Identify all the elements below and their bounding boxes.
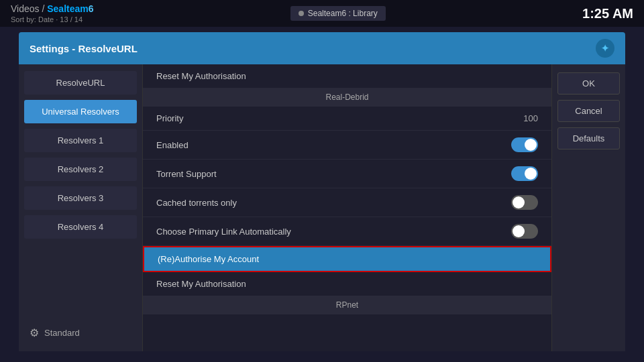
library-tab[interactable]: Sealteam6 : Library — [290, 6, 386, 21]
tab-dot — [299, 11, 304, 16]
row-rpnet-header: RPnet — [143, 296, 551, 314]
settings-title: Settings - ResolveURL — [30, 43, 138, 54]
settings-window: Settings - ResolveURL ✦ ResolveURL Unive… — [19, 32, 625, 349]
primary-link-label: Choose Primary Link Automatically — [156, 227, 511, 237]
sidebar-standard[interactable]: ⚙ Standard — [19, 320, 142, 346]
real-debrid-header-label: Real-Debrid — [325, 93, 368, 102]
enabled-label: Enabled — [156, 140, 511, 150]
sidebar-item-resolvers-1[interactable]: Resolvers 1 — [24, 129, 137, 152]
tab-area: Sealteam6 : Library — [290, 6, 386, 21]
torrent-support-toggle[interactable] — [511, 166, 538, 181]
tab-label: Sealteam6 : Library — [308, 9, 378, 18]
row-torrent-support[interactable]: Torrent Support — [143, 160, 551, 188]
sidebar-item-resolvers-4[interactable]: Resolvers 4 — [24, 215, 137, 239]
row-primary-link[interactable]: Choose Primary Link Automatically — [143, 217, 551, 246]
sidebar-item-resolvers-2[interactable]: Resolvers 2 — [24, 158, 137, 181]
cached-torrents-toggle[interactable] — [511, 195, 538, 210]
row-reset-auth-bottom-label: Reset My Authorisation — [156, 279, 538, 289]
priority-label: Priority — [156, 113, 523, 123]
row-real-debrid-header: Real-Debrid — [143, 88, 551, 107]
enabled-toggle-thumb — [525, 139, 537, 151]
priority-value: 100 — [523, 113, 538, 123]
row-priority[interactable]: Priority 100 — [143, 107, 551, 131]
defaults-button[interactable]: Defaults — [557, 127, 620, 149]
settings-titlebar: Settings - ResolveURL ✦ — [19, 32, 625, 64]
standard-label: Standard — [44, 328, 80, 338]
ok-button[interactable]: OK — [557, 72, 620, 95]
gear-icon: ⚙ — [30, 326, 39, 339]
action-buttons: OK Cancel Defaults — [551, 64, 625, 351]
breadcrumb: Videos / Sealteam6 — [11, 3, 94, 14]
breadcrumb-videos: Videos / — [11, 3, 47, 14]
sidebar: ResolveURL Universal Resolvers Resolvers… — [19, 64, 143, 351]
cached-torrents-label: Cached torrents only — [156, 198, 511, 208]
cached-torrents-toggle-thumb — [513, 196, 525, 208]
kodi-logo: ✦ — [596, 39, 614, 58]
torrent-support-toggle-thumb — [525, 168, 537, 180]
sidebar-item-universal-resolvers[interactable]: Universal Resolvers — [24, 100, 137, 123]
enabled-toggle[interactable] — [511, 137, 538, 152]
primary-link-toggle-thumb — [513, 225, 525, 237]
breadcrumb-area: Videos / Sealteam6 Sort by: Date · 13 / … — [11, 3, 94, 23]
row-enabled[interactable]: Enabled — [143, 131, 551, 160]
primary-link-toggle[interactable] — [511, 224, 538, 239]
torrent-support-label: Torrent Support — [156, 169, 511, 179]
row-cached-torrents[interactable]: Cached torrents only — [143, 188, 551, 217]
cancel-button[interactable]: Cancel — [557, 100, 620, 122]
sidebar-item-resolveurl[interactable]: ResolveURL — [24, 71, 137, 95]
breadcrumb-sealteam: Sealteam — [47, 3, 88, 14]
top-bar: Videos / Sealteam6 Sort by: Date · 13 / … — [0, 0, 644, 27]
reauthorise-label: (Re)Authorise My Account — [158, 254, 537, 264]
row-reset-auth-top[interactable]: Reset My Authorisation — [143, 64, 551, 88]
sidebar-item-resolvers-3[interactable]: Resolvers 3 — [24, 186, 137, 210]
row-reset-auth-bottom[interactable]: Reset My Authorisation — [143, 272, 551, 296]
settings-body: ResolveURL Universal Resolvers Resolvers… — [19, 64, 625, 351]
main-content: Reset My Authorisation Real-Debrid Prior… — [143, 64, 551, 351]
row-reset-auth-top-label: Reset My Authorisation — [156, 71, 538, 81]
settings-list[interactable]: Reset My Authorisation Real-Debrid Prior… — [143, 64, 551, 351]
rpnet-header-label: RPnet — [336, 300, 358, 310]
row-reauthorise[interactable]: (Re)Authorise My Account — [143, 246, 551, 272]
clock: 1:25 AM — [582, 6, 633, 21]
breadcrumb-num: 6 — [89, 3, 94, 14]
sort-info: Sort by: Date · 13 / 14 — [11, 15, 94, 23]
